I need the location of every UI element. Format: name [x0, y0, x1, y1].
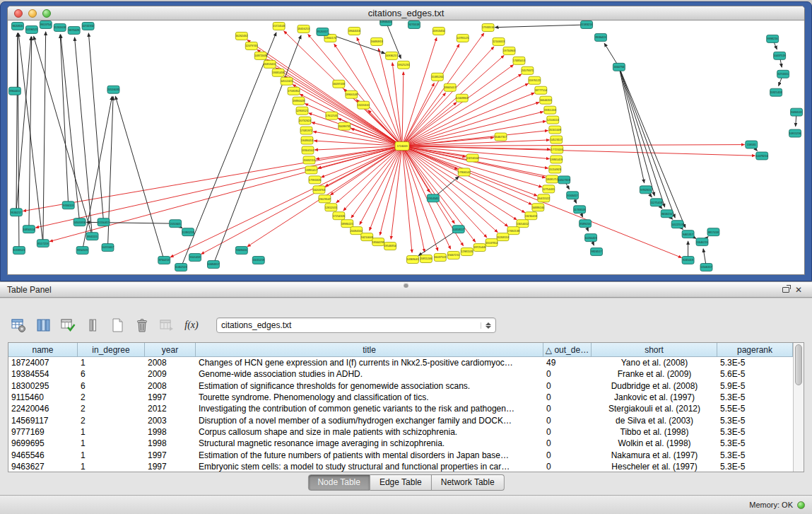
graph-node[interactable]: 9873429 [68, 26, 80, 34]
graph-node[interactable]: 20811246 [420, 255, 432, 263]
graph-node[interactable]: 17991826 [309, 176, 321, 184]
graph-node[interactable]: 13220161 [358, 101, 370, 109]
cell-in-degree[interactable]: 2 [78, 416, 145, 426]
graph-node[interactable]: 19230419 [525, 212, 537, 220]
graph-node[interactable]: 8517219 [37, 240, 49, 247]
graph-node[interactable]: 19467211 [447, 252, 459, 259]
graph-node[interactable]: 16936217 [385, 52, 397, 59]
cell-year[interactable]: 1997 [145, 462, 196, 472]
graph-node[interactable]: 14872008 [254, 52, 266, 59]
graph-edge[interactable] [495, 25, 587, 28]
cell-title[interactable]: Estimation of significance thresholds fo… [196, 381, 543, 391]
graph-edge[interactable] [257, 49, 402, 146]
cell-short[interactable]: Hescheler et al. (1997) [592, 462, 717, 472]
graph-node[interactable]: 20467317 [495, 133, 507, 141]
graph-node[interactable]: 8964411 [8, 87, 20, 95]
tab-edge-table[interactable]: Edge Table [370, 474, 432, 491]
graph-node[interactable]: 10260419 [584, 234, 596, 242]
graph-node[interactable]: 13891417 [305, 166, 317, 174]
cell-out-degree[interactable]: 0 [543, 427, 592, 437]
close-panel-button[interactable]: ✕ [792, 284, 805, 296]
cell-name[interactable]: 18300295 [8, 381, 78, 391]
graph-node[interactable]: 19734903 [503, 47, 515, 54]
graph-node[interactable]: 10437519 [774, 52, 786, 59]
cell-title[interactable]: Disruption of a novel member of a sodium… [196, 416, 543, 426]
graph-node[interactable]: 12981535 [461, 248, 473, 256]
cell-name[interactable]: 22420046 [8, 404, 78, 414]
cell-out-degree[interactable]: 49 [543, 358, 592, 368]
cell-name[interactable]: 9463627 [8, 462, 78, 472]
graph-node[interactable]: 9163417 [567, 192, 579, 199]
network-table-select[interactable]: citations_edges.txt [216, 317, 496, 333]
graph-node[interactable]: 14523117 [551, 136, 563, 144]
cell-out-degree[interactable]: 0 [543, 438, 592, 448]
graph-edge[interactable] [181, 33, 276, 267]
graph-node[interactable]: 8658216 [661, 210, 673, 218]
cell-short[interactable]: de Silva et al. (2003) [592, 416, 717, 426]
close-window-button[interactable] [14, 9, 23, 18]
cell-pagerank[interactable]: 5.3E-5 [717, 392, 793, 402]
graph-node[interactable]: 18304102 [302, 146, 314, 154]
graph-node[interactable]: 12409963 [456, 94, 468, 102]
graph-node[interactable]: 10215617 [102, 244, 114, 252]
graph-node[interactable]: 9349016 [235, 247, 247, 255]
cell-year[interactable]: 1997 [145, 392, 196, 402]
table-row[interactable]: 969969511998Structural magnetic resonanc… [8, 438, 793, 449]
cell-out-degree[interactable]: 0 [543, 416, 592, 426]
table-row[interactable]: 1830029562008Estimation of significance … [8, 380, 793, 392]
graph-node[interactable]: 10358117 [452, 226, 464, 233]
cell-out-degree[interactable]: 0 [543, 392, 592, 402]
graph-node[interactable]: 16644201 [540, 96, 552, 104]
cell-out-degree[interactable]: 0 [543, 369, 592, 379]
graph-node[interactable]: 20516035 [107, 86, 119, 93]
cell-title[interactable]: Corpus callosum shape and size in male p… [196, 427, 543, 437]
cell-year[interactable]: 2003 [145, 416, 196, 426]
network-titlebar[interactable]: citations_edges.txt [8, 6, 804, 21]
graph-node[interactable]: 8274315 [777, 70, 789, 78]
graph-edge[interactable] [402, 121, 546, 146]
graph-node[interactable]: 16203763 [313, 186, 325, 194]
table-settings-button[interactable] [8, 315, 28, 335]
table-row[interactable]: 2242004622012Investigating the contribut… [8, 403, 793, 414]
cell-pagerank[interactable]: 5.5E-5 [717, 404, 793, 414]
graph-node[interactable]: 18777514 [535, 86, 548, 94]
graph-edge[interactable] [402, 72, 404, 146]
graph-edge[interactable] [402, 93, 445, 146]
graph-node[interactable]: 17485013 [513, 57, 525, 64]
graph-edge[interactable] [402, 37, 437, 146]
graph-node[interactable]: 18980221 [341, 220, 353, 228]
graph-node[interactable]: 12079743 [245, 42, 257, 49]
scrollbar-thumb[interactable] [795, 344, 802, 385]
graph-node[interactable]: 10850514 [23, 226, 35, 233]
column-header-in-degree[interactable]: in_degree [78, 343, 145, 357]
graph-edge[interactable] [402, 146, 425, 252]
graph-node[interactable]: 9782315 [640, 186, 652, 194]
cell-in-degree[interactable]: 2 [78, 404, 145, 414]
cell-in-degree[interactable]: 2 [78, 392, 145, 402]
graph-node[interactable]: 18416213 [298, 25, 310, 33]
cell-pagerank[interactable]: 5.3E-5 [717, 358, 793, 368]
cell-year[interactable]: 1998 [145, 438, 196, 448]
graph-node[interactable]: 8760213 [158, 257, 170, 264]
cell-in-degree[interactable]: 1 [78, 358, 145, 368]
graph-node[interactable]: 13216104 [466, 154, 479, 162]
cell-short[interactable]: Wolkin et al. (1998) [592, 438, 717, 448]
cell-in-degree[interactable]: 1 [78, 450, 145, 460]
graph-node[interactable]: 8817418 [707, 228, 719, 236]
graph-node[interactable]: 17081972 [300, 127, 312, 134]
edit-table-button[interactable] [58, 315, 78, 335]
graph-node[interactable]: 17723205 [551, 146, 563, 153]
delete-table-button[interactable] [132, 315, 152, 335]
cell-name[interactable]: 18724007 [8, 358, 78, 368]
graph-node[interactable]: 12106113 [547, 116, 559, 124]
graph-node[interactable]: 14369041 [406, 256, 418, 264]
cell-out-degree[interactable]: 0 [543, 462, 592, 472]
graph-edge[interactable] [619, 67, 675, 218]
graph-node[interactable]: 19381459 [272, 69, 284, 76]
graph-node[interactable]: 19900149 [346, 90, 358, 98]
graph-node[interactable]: 20579371 [522, 66, 534, 74]
graph-node[interactable]: 20632111 [303, 156, 315, 164]
graph-node[interactable]: 10684317 [207, 261, 219, 269]
graph-node[interactable]: 19644016 [348, 27, 360, 35]
cell-pagerank[interactable]: 5.3E-5 [717, 427, 793, 437]
